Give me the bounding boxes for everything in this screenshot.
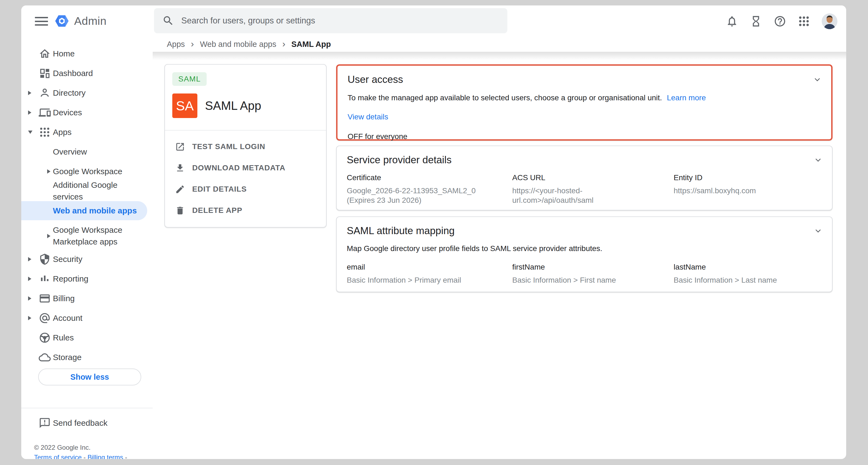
hamburger-menu-icon[interactable]	[35, 17, 48, 26]
chevron-down-icon[interactable]	[813, 226, 823, 236]
sidebar-footer: © 2022 Google Inc. Terms of service - Bi…	[34, 443, 127, 459]
home-icon	[39, 48, 51, 60]
admin-console-page: Admin	[21, 5, 846, 459]
admin-hexagon-icon	[54, 12, 70, 29]
test-saml-login-button[interactable]: TEST SAML LOGIN	[165, 136, 326, 157]
devices-icon	[39, 106, 51, 119]
at-sign-icon	[39, 312, 51, 324]
header-icon-group	[726, 5, 837, 37]
sidebar-divider	[21, 408, 153, 408]
app-initials-avatar: SA	[172, 93, 197, 118]
header-scroll-shadow	[153, 52, 846, 60]
sidebar-item-apps[interactable]: Apps	[21, 123, 147, 142]
search-input[interactable]	[181, 16, 499, 26]
terms-of-service-link[interactable]: Terms of service	[34, 454, 82, 459]
help-icon[interactable]	[774, 15, 786, 28]
search-icon	[162, 15, 174, 27]
user-access-panel: User access To make the managed app avai…	[336, 64, 833, 141]
sidebar-item-overview[interactable]: Overview	[21, 142, 147, 161]
saml-type-badge: SAML	[172, 72, 207, 86]
edit-details-button[interactable]: EDIT DETAILS	[165, 179, 326, 200]
expand-arrow-icon	[28, 111, 31, 115]
wheel-icon	[39, 332, 51, 344]
shield-icon	[39, 253, 51, 265]
expand-arrow-icon	[47, 234, 51, 238]
card-divider	[165, 130, 326, 130]
credit-card-icon	[39, 292, 51, 305]
attribute-mapping-panel: SAML attribute mapping Map Google direct…	[336, 216, 833, 292]
sidebar-item-devices[interactable]: Devices	[21, 103, 147, 122]
certificate-field: Certificate Google_2026-6-22-113953_SAML…	[347, 173, 512, 205]
send-feedback-button[interactable]: Send feedback	[21, 413, 147, 433]
sidebar-item-directory[interactable]: Directory	[21, 84, 147, 102]
breadcrumb-current: SAML App	[291, 40, 331, 49]
user-access-title: User access	[348, 74, 820, 85]
breadcrumb-apps[interactable]: Apps	[167, 40, 185, 49]
product-name: Admin	[74, 15, 106, 28]
open-in-new-icon	[175, 142, 185, 152]
bar-chart-icon	[39, 273, 51, 285]
sidebar-item-billing[interactable]: Billing	[21, 289, 147, 308]
billing-terms-link[interactable]: Billing terms	[88, 454, 123, 459]
sidebar-item-home[interactable]: Home	[21, 44, 147, 63]
collapse-arrow-icon	[28, 130, 32, 134]
sidebar-item-dashboard[interactable]: Dashboard	[21, 64, 147, 83]
search-bar	[154, 8, 507, 33]
lastname-mapping-field: lastName Basic Information > Last name	[674, 263, 821, 285]
sidebar-item-reporting[interactable]: Reporting	[21, 269, 147, 288]
user-access-status: OFF for everyone	[348, 132, 820, 141]
show-less-button[interactable]: Show less	[38, 369, 141, 385]
user-access-description: To make the managed app available to sel…	[348, 93, 820, 102]
account-avatar[interactable]	[822, 13, 837, 29]
hourglass-tasks-icon[interactable]	[750, 15, 762, 28]
trash-icon	[175, 206, 185, 216]
apps-grid-icon	[39, 126, 51, 138]
saml-app-card: SAML SA SAML App TEST SAML LOGIN DOWNLOA…	[164, 64, 327, 227]
notifications-bell-icon[interactable]	[726, 15, 738, 28]
app-identity: SA SAML App	[172, 93, 261, 118]
sidebar-nav: Home Dashboard Directory Devices	[21, 35, 153, 459]
download-icon	[175, 163, 185, 173]
cloud-icon	[39, 351, 51, 363]
entity-id-field: Entity ID https://saml.boxyhq.com	[674, 173, 821, 205]
sidebar-item-security[interactable]: Security	[21, 250, 147, 269]
google-apps-grid-icon[interactable]	[798, 15, 810, 28]
sidebar-item-web-and-mobile-apps[interactable]: Web and mobile apps	[21, 201, 147, 220]
admin-logo[interactable]: Admin	[54, 12, 106, 29]
learn-more-link[interactable]: Learn more	[667, 93, 706, 102]
sidebar-item-account[interactable]: Account	[21, 309, 147, 328]
person-icon	[39, 87, 51, 99]
dashboard-icon	[39, 67, 51, 79]
pencil-icon	[175, 184, 185, 194]
breadcrumb-separator: ›	[191, 39, 194, 48]
expand-arrow-icon	[28, 296, 31, 301]
expand-arrow-icon	[47, 169, 51, 174]
delete-app-button[interactable]: DELETE APP	[165, 200, 326, 221]
service-provider-title: Service provider details	[347, 154, 821, 166]
sidebar-item-google-workspace[interactable]: Google Workspace	[21, 162, 147, 181]
breadcrumb-web-and-mobile-apps[interactable]: Web and mobile apps	[200, 40, 276, 49]
attribute-mapping-description: Map Google directory user profile fields…	[347, 244, 821, 253]
breadcrumb-separator: ›	[282, 39, 285, 48]
expand-arrow-icon	[28, 91, 31, 95]
view-details-link[interactable]: View details	[348, 113, 388, 121]
sidebar-item-rules[interactable]: Rules	[21, 328, 147, 347]
firstname-mapping-field: firstName Basic Information > First name	[512, 263, 674, 285]
service-provider-panel: Service provider details Certificate Goo…	[336, 146, 833, 210]
breadcrumb: Apps › Web and mobile apps › SAML App	[167, 38, 331, 51]
expand-arrow-icon	[28, 257, 31, 261]
top-app-bar: Admin	[21, 5, 846, 37]
email-mapping-field: email Basic Information > Primary email	[347, 263, 512, 285]
app-card-actions: TEST SAML LOGIN DOWNLOAD METADATA EDIT D…	[165, 136, 326, 221]
download-metadata-button[interactable]: DOWNLOAD METADATA	[165, 157, 326, 179]
chevron-down-icon[interactable]	[813, 75, 822, 84]
acs-url-field: ACS URL https://<your-hosted- url.com>/a…	[512, 173, 674, 205]
app-title: SAML App	[205, 99, 261, 113]
feedback-icon	[39, 417, 51, 429]
sidebar-item-gw-marketplace-apps[interactable]: Google Workspace Marketplace apps	[21, 223, 147, 249]
sidebar-item-additional-google-services[interactable]: Additional Google services	[21, 182, 147, 200]
expand-arrow-icon	[28, 277, 31, 281]
chevron-down-icon[interactable]	[813, 155, 823, 165]
expand-arrow-icon	[28, 316, 31, 320]
sidebar-item-storage[interactable]: Storage	[21, 348, 147, 367]
